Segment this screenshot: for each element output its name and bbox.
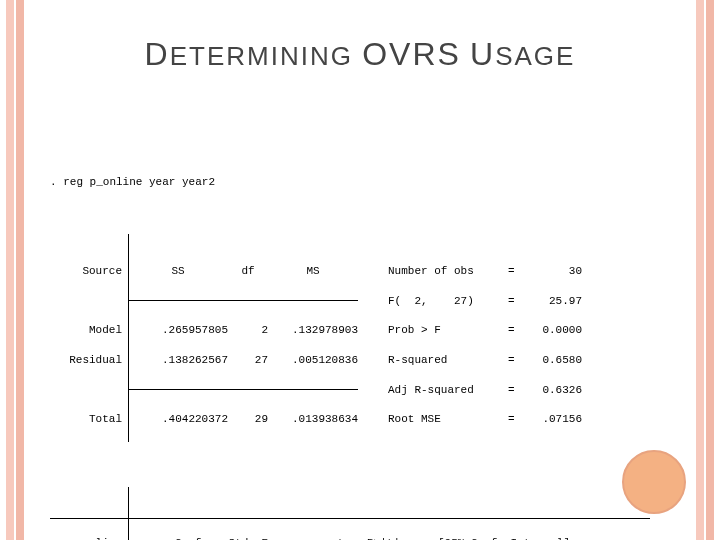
col-p: P>|t| xyxy=(344,536,400,540)
cell: 27 xyxy=(228,353,268,368)
stat-eq: = xyxy=(508,353,522,368)
coef-depvar: p_online xyxy=(50,536,128,540)
cell: .404220372 xyxy=(128,412,228,427)
col-t: t xyxy=(288,536,344,540)
stat-eq: = xyxy=(508,412,522,427)
stat-value: 0.6326 xyxy=(522,383,582,398)
stat-eq: = xyxy=(508,264,522,279)
cell: .265957805 xyxy=(128,323,228,338)
stat-label: Root MSE xyxy=(388,412,508,427)
cell: Residual xyxy=(50,353,128,368)
title-text: SAGE xyxy=(495,41,575,71)
cell: .013938634 xyxy=(268,412,358,427)
stat-value: 25.97 xyxy=(522,294,582,309)
stat-label: F( 2, 27) xyxy=(388,294,508,309)
anova-header: SourceSSdfMSNumber of obs=30 xyxy=(50,264,650,279)
slide: DETERMINING OVRS USAGE . reg p_online ye… xyxy=(0,0,720,540)
anova-row-residual: Residual.13826256727.005120836R-squared=… xyxy=(50,353,650,368)
cell: 29 xyxy=(228,412,268,427)
right-border-stripes xyxy=(690,0,714,540)
cell: Model xyxy=(50,323,128,338)
stripe xyxy=(696,0,704,540)
slide-title: DETERMINING OVRS USAGE xyxy=(0,36,720,73)
anova-hr: Adj R-squared=0.6326 xyxy=(50,383,650,398)
anova-row-model: Model.2659578052.132978903Prob > F=0.000… xyxy=(50,323,650,338)
cell: .138262567 xyxy=(128,353,228,368)
stat-eq: = xyxy=(508,323,522,338)
cell: 2 xyxy=(228,323,268,338)
col-df: df xyxy=(228,264,268,279)
stata-output: . reg p_online year year2 SourceSSdfMSNu… xyxy=(50,160,650,540)
anova-hr: F( 2, 27)=25.97 xyxy=(50,294,650,309)
title-cap: U xyxy=(470,36,495,72)
stripe xyxy=(706,0,714,540)
anova-table: SourceSSdfMSNumber of obs=30 F( 2, 27)=2… xyxy=(50,234,650,442)
col-source: Source xyxy=(50,264,128,279)
coef-table: p_onlineCoef.Std. Err.tP>|t|[95% Conf. I… xyxy=(50,487,650,540)
stat-eq: = xyxy=(508,383,522,398)
stat-value: 0.0000 xyxy=(522,323,582,338)
title-cap: D xyxy=(145,36,170,72)
stripe xyxy=(6,0,14,540)
table-vline xyxy=(128,487,129,540)
stat-label: Adj R-squared xyxy=(388,383,508,398)
col-ms: MS xyxy=(268,264,358,279)
stat-value: 0.6580 xyxy=(522,353,582,368)
anova-row-total: Total.40422037229.013938634Root MSE=.071… xyxy=(50,412,650,427)
title-word2: OVRS xyxy=(362,36,461,72)
stat-value: 30 xyxy=(522,264,582,279)
cell: .132978903 xyxy=(268,323,358,338)
title-text: ETERMINING xyxy=(170,41,353,71)
col-coef: Coef. xyxy=(128,536,208,540)
stat-eq: = xyxy=(508,294,522,309)
cell: Total xyxy=(50,412,128,427)
col-se: Std. Err. xyxy=(208,536,288,540)
cell: .005120836 xyxy=(268,353,358,368)
decorative-circle xyxy=(622,450,686,514)
stata-command: . reg p_online year year2 xyxy=(50,175,650,190)
stat-label: R-squared xyxy=(388,353,508,368)
stat-label: Number of obs xyxy=(388,264,508,279)
stat-value: .07156 xyxy=(522,412,582,427)
stat-label: Prob > F xyxy=(388,323,508,338)
table-vline xyxy=(128,234,129,442)
col-ss: SS xyxy=(128,264,228,279)
col-ci: [95% Conf. Interval] xyxy=(424,536,584,540)
coef-header: p_onlineCoef.Std. Err.tP>|t|[95% Conf. I… xyxy=(50,536,650,540)
coef-hr-top xyxy=(50,518,650,519)
left-border-stripes xyxy=(6,0,30,540)
stripe xyxy=(16,0,24,540)
